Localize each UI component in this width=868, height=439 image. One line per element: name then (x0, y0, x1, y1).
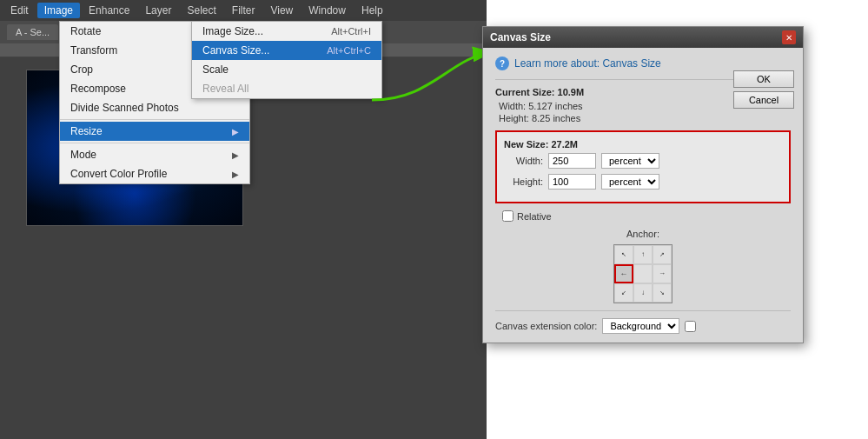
canvas-size-shortcut: Alt+Ctrl+C (327, 45, 371, 56)
current-height-row: Height: 8.25 inches (495, 113, 791, 123)
submenu-image-size[interactable]: Image Size... Alt+Ctrl+I (192, 22, 381, 41)
tc-arrow-icon: ↑ (641, 251, 645, 258)
divider-bottom (495, 310, 791, 311)
submenu-reveal-all[interactable]: Reveal All (192, 79, 381, 98)
resize-submenu: Image Size... Alt+Ctrl+I Canvas Size... … (191, 21, 382, 99)
resize-arrow: ▶ (232, 127, 239, 136)
dropdown-color-profile[interactable]: Convert Color Profile ▶ (60, 164, 249, 183)
height-label: Height: (504, 176, 543, 187)
anchor-tc[interactable]: ↑ (633, 245, 653, 264)
width-unit-select[interactable]: percent pixels inches cm (601, 153, 659, 169)
menu-layer[interactable]: Layer (138, 3, 178, 18)
canvas-ext-row: Canvas extension color: Background Foreg… (495, 318, 791, 334)
mode-arrow: ▶ (232, 150, 239, 160)
relative-label: Relative (517, 211, 552, 222)
anchor-br[interactable]: ↘ (653, 283, 672, 303)
anchor-bl[interactable]: ↙ (614, 283, 633, 303)
dropdown-resize[interactable]: Resize ▶ (60, 122, 249, 141)
image-size-shortcut: Alt+Ctrl+I (331, 26, 371, 37)
relative-row: Relative (495, 210, 791, 222)
canvas-ext-select[interactable]: Background Foreground White Black Gray O… (602, 318, 679, 334)
submenu-scale[interactable]: Scale (192, 60, 381, 79)
menu-view[interactable]: View (263, 3, 300, 18)
menu-bar: Edit Image Enhance Layer Select Filter V… (0, 0, 487, 21)
dropdown-divide[interactable]: Divide Scanned Photos (60, 98, 249, 117)
dialog-close-button[interactable]: ✕ (782, 30, 796, 44)
current-width-value: 5.127 inches (528, 101, 582, 111)
cancel-button[interactable]: Cancel (733, 91, 794, 109)
anchor-ml[interactable]: ← (614, 264, 633, 283)
app-area: Edit Image Enhance Layer Select Filter V… (0, 0, 487, 439)
help-row: ? Learn more about: Canvas Size (495, 57, 791, 70)
dialog-titlebar: Canvas Size ✕ (483, 27, 803, 48)
mr-arrow-icon: → (659, 270, 666, 277)
new-size-title: New Size: 27.2M (504, 139, 782, 150)
relative-checkbox[interactable] (502, 210, 514, 222)
tab-a[interactable]: A - Se... (7, 24, 58, 40)
menu-window[interactable]: Window (301, 3, 353, 18)
dialog-action-buttons: OK Cancel (733, 70, 794, 109)
width-label: Width: (504, 156, 543, 166)
width-input[interactable] (548, 153, 596, 169)
tr-arrow-icon: ↗ (659, 251, 665, 258)
current-height-value: 8.25 inches (532, 113, 580, 123)
br-arrow-icon: ↘ (659, 289, 665, 296)
menu-enhance[interactable]: Enhance (82, 3, 136, 18)
bc-arrow-icon: ↓ (641, 289, 645, 296)
current-height-label: Height: (499, 113, 532, 123)
new-height-row: Height: percent pixels inches cm (504, 174, 782, 190)
canvas-ext-label: Canvas extension color: (495, 321, 597, 331)
ml-arrow-icon: ← (620, 269, 628, 278)
bl-arrow-icon: ↙ (621, 289, 626, 296)
submenu-canvas-size[interactable]: Canvas Size... Alt+Ctrl+C (192, 41, 381, 60)
new-width-row: Width: percent pixels inches cm (504, 153, 782, 169)
new-size-box: New Size: 27.2M Width: percent pixels in… (495, 130, 791, 203)
anchor-label: Anchor: (495, 229, 791, 239)
anchor-tl[interactable]: ↖ (614, 245, 633, 264)
divider-1 (60, 119, 249, 120)
canvas-ext-checkbox[interactable] (685, 321, 696, 332)
menu-help[interactable]: Help (354, 3, 390, 18)
dropdown-mode[interactable]: Mode ▶ (60, 145, 249, 164)
tl-arrow-icon: ↖ (621, 251, 626, 258)
anchor-grid-wrapper: ↖ ↑ ↗ ← → ↙ ↓ ↘ (613, 244, 673, 303)
height-unit-select[interactable]: percent pixels inches cm (601, 174, 659, 190)
help-link[interactable]: Learn more about: Canvas Size (514, 57, 661, 70)
height-input[interactable] (548, 174, 596, 190)
anchor-mr[interactable]: → (653, 264, 672, 283)
menu-select[interactable]: Select (180, 3, 222, 18)
menu-filter[interactable]: Filter (225, 3, 262, 18)
ok-button[interactable]: OK (733, 70, 794, 88)
current-width-label: Width: (499, 101, 528, 111)
anchor-bc[interactable]: ↓ (633, 283, 653, 303)
anchor-grid: ↖ ↑ ↗ ← → ↙ ↓ ↘ (613, 244, 673, 303)
color-profile-arrow: ▶ (232, 170, 239, 179)
anchor-center[interactable] (633, 264, 653, 283)
divider-2 (60, 143, 249, 143)
anchor-tr[interactable]: ↗ (653, 245, 672, 264)
canvas-size-dialog: Canvas Size ✕ OK Cancel ? Learn more abo… (482, 26, 804, 343)
dialog-title: Canvas Size (490, 31, 551, 43)
menu-image[interactable]: Image (37, 3, 80, 18)
anchor-section: Anchor: ↖ ↑ ↗ ← → ↙ (495, 229, 791, 303)
menu-edit[interactable]: Edit (3, 3, 36, 18)
help-icon: ? (495, 57, 509, 70)
